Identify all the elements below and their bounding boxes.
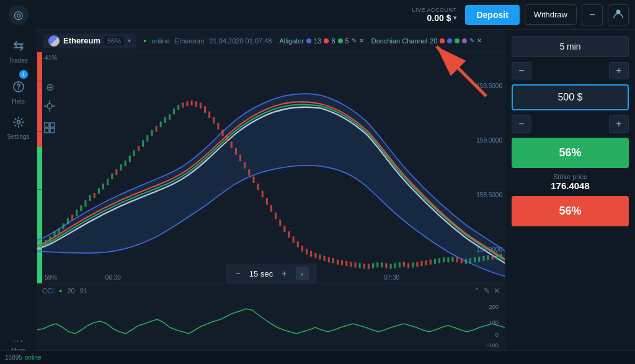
user-profile-button[interactable] bbox=[608, 4, 629, 25]
svg-rect-93 bbox=[420, 261, 422, 266]
svg-rect-60 bbox=[275, 213, 277, 219]
layout-tool[interactable] bbox=[42, 120, 57, 138]
svg-rect-72 bbox=[328, 257, 330, 262]
minimize-button[interactable]: − bbox=[582, 4, 603, 25]
svg-rect-85 bbox=[385, 263, 387, 268]
svg-rect-77 bbox=[350, 262, 352, 267]
chart-canvas bbox=[37, 52, 505, 283]
svg-rect-101 bbox=[456, 257, 458, 262]
price-tick-2: 159.0000 bbox=[470, 137, 502, 144]
svg-rect-56 bbox=[257, 184, 259, 190]
svg-rect-27 bbox=[129, 156, 131, 162]
svg-rect-55 bbox=[252, 176, 254, 182]
time-minus-button[interactable]: − bbox=[512, 62, 531, 79]
svg-rect-7 bbox=[40, 244, 42, 248]
svg-text:0: 0 bbox=[495, 332, 499, 338]
price-tick-3: 158.5000 bbox=[470, 192, 502, 198]
cci-close-button[interactable]: ✕ bbox=[494, 286, 500, 295]
alligator-close-icon[interactable]: ✕ bbox=[359, 37, 364, 44]
svg-rect-39 bbox=[182, 103, 184, 108]
settings-label: Settings bbox=[7, 133, 29, 140]
amount-minus-button[interactable]: − bbox=[512, 115, 531, 133]
svg-rect-78 bbox=[354, 262, 356, 267]
donchian-edit-icon[interactable]: ✎ bbox=[469, 37, 474, 44]
sidebar-item-help[interactable]: 1 Help bbox=[0, 71, 37, 109]
svg-rect-71 bbox=[324, 256, 326, 261]
svg-rect-11 bbox=[58, 228, 60, 233]
donchian-dot4 bbox=[462, 38, 467, 43]
svg-rect-18 bbox=[89, 195, 91, 201]
time-nav-button[interactable]: › bbox=[295, 267, 309, 280]
sidebar-item-trades[interactable]: Trades bbox=[0, 36, 37, 68]
alligator-p3: 5 bbox=[345, 37, 349, 45]
withdraw-button[interactable]: Withdraw bbox=[525, 4, 577, 25]
chevron-down-icon[interactable]: ▾ bbox=[453, 14, 456, 21]
svg-rect-94 bbox=[425, 260, 427, 265]
amount-plus-button[interactable]: + bbox=[609, 115, 629, 133]
svg-rect-97 bbox=[438, 258, 440, 263]
svg-rect-50 bbox=[231, 142, 233, 148]
svg-rect-90 bbox=[407, 263, 409, 268]
cci-edit-button[interactable]: ✎ bbox=[484, 286, 490, 295]
chart-tools: ⊕ bbox=[42, 79, 57, 138]
header-right: LIVE ACCOUNT 0.00 $ ▾ Deposit Withdraw − bbox=[412, 4, 629, 25]
svg-rect-21 bbox=[102, 184, 104, 189]
svg-rect-41 bbox=[191, 100, 193, 105]
svg-rect-30 bbox=[142, 140, 144, 146]
settings-icon bbox=[12, 116, 25, 131]
deposit-button[interactable]: Deposit bbox=[465, 5, 519, 25]
cursor-tool[interactable]: ⊕ bbox=[42, 79, 57, 95]
alligator-p2: 8 bbox=[331, 37, 335, 45]
svg-rect-37 bbox=[173, 109, 175, 114]
svg-rect-17 bbox=[84, 200, 86, 206]
svg-rect-46 bbox=[213, 117, 215, 123]
svg-rect-103 bbox=[465, 259, 467, 264]
asset-selector[interactable]: Ethereum 56% ▾ bbox=[43, 33, 136, 48]
put-button[interactable]: 56% bbox=[512, 196, 629, 226]
donchian-period: 20 bbox=[430, 37, 437, 45]
ethereum-icon bbox=[48, 35, 60, 47]
svg-rect-14 bbox=[71, 215, 73, 220]
svg-rect-100 bbox=[451, 257, 453, 262]
sidebar: Trades 1 Help Settings ··· More bbox=[0, 30, 37, 364]
header-left: ◎ bbox=[0, 0, 37, 30]
svg-rect-75 bbox=[341, 260, 343, 265]
sidebar-item-settings[interactable]: Settings bbox=[0, 112, 37, 144]
svg-rect-95 bbox=[430, 260, 432, 265]
live-account-value: 0.00 $ ▾ bbox=[427, 13, 457, 23]
strike-label: Strike price bbox=[512, 173, 629, 180]
amount-input[interactable] bbox=[512, 84, 629, 110]
svg-rect-65 bbox=[297, 241, 299, 247]
crosshair-tool[interactable] bbox=[42, 99, 57, 117]
time-value: 15 sec bbox=[249, 269, 273, 278]
asset-dropdown-icon[interactable]: ▾ bbox=[128, 37, 131, 44]
time-decrease-button[interactable]: − bbox=[233, 269, 243, 278]
alligator-edit-icon[interactable]: ✎ bbox=[352, 37, 357, 44]
call-button[interactable]: 56% bbox=[512, 138, 629, 168]
svg-rect-42 bbox=[195, 101, 197, 107]
time-tick-3: 07:30 bbox=[384, 274, 399, 281]
right-panel: 5 min − + − + 56% Strike price 176.4048 … bbox=[505, 30, 635, 364]
svg-rect-102 bbox=[461, 258, 463, 263]
svg-rect-96 bbox=[434, 259, 436, 264]
svg-rect-51 bbox=[235, 148, 237, 154]
cci-expand-button[interactable]: ⌃ bbox=[474, 286, 480, 295]
svg-rect-47 bbox=[217, 123, 219, 129]
price-axis: 159.5000 159.0000 158.5000 158.0000 bbox=[468, 52, 505, 283]
svg-rect-35 bbox=[164, 117, 166, 123]
time-selector[interactable]: 5 min bbox=[512, 36, 629, 57]
svg-rect-13 bbox=[67, 218, 69, 224]
donchian-dot3 bbox=[455, 38, 460, 43]
svg-rect-45 bbox=[208, 112, 210, 118]
donchian-close-icon[interactable]: ✕ bbox=[477, 37, 482, 44]
svg-rect-86 bbox=[390, 264, 392, 269]
svg-rect-23 bbox=[111, 174, 113, 179]
time-plus-button[interactable]: + bbox=[609, 62, 629, 79]
time-increase-button[interactable]: + bbox=[279, 269, 289, 278]
svg-rect-58 bbox=[266, 198, 268, 204]
svg-rect-40 bbox=[186, 101, 188, 106]
price-tick-1: 159.5000 bbox=[470, 82, 502, 89]
svg-rect-28 bbox=[133, 151, 135, 156]
donchian-dot1 bbox=[440, 38, 445, 43]
cci-dot: ● bbox=[59, 288, 62, 294]
